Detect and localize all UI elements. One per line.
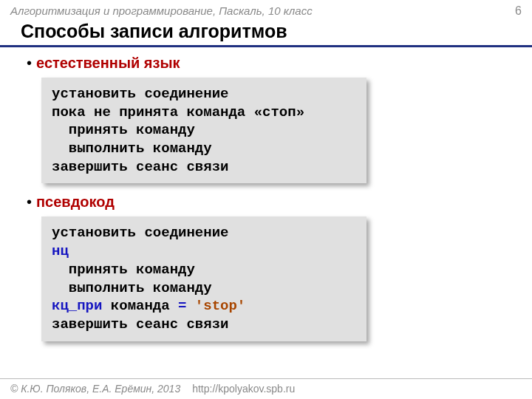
code-operator: =: [178, 298, 186, 314]
copyright: © К.Ю. Поляков, Е.А. Ерёмин, 2013: [10, 383, 180, 395]
bullet-label: псевдокод: [36, 194, 115, 211]
content-area: • естественный язык установить соединени…: [0, 47, 532, 349]
top-bar: Алгоритмизация и программирование, Паска…: [0, 0, 532, 19]
course-label: Алгоритмизация и программирование, Паска…: [10, 4, 313, 17]
code-text: команда: [102, 298, 178, 314]
code-keyword: кц_при: [52, 298, 102, 314]
code-keyword: нц: [52, 243, 69, 259]
slide-title: Способы записи алгоритмов: [0, 19, 532, 47]
bullet-icon: •: [27, 55, 32, 70]
bullet-pseudocode: • псевдокод: [27, 194, 513, 211]
code-line: выполнить команду: [52, 280, 212, 296]
bullet-icon: •: [27, 194, 32, 209]
footer-url: http://kpolyakov.spb.ru: [192, 383, 295, 395]
footer: © К.Ю. Поляков, Е.А. Ерёмин, 2013 http:/…: [0, 378, 532, 399]
page-number: 6: [515, 4, 522, 18]
code-line: установить соединение: [52, 225, 228, 241]
bullet-natural-language: • естественный язык: [27, 55, 513, 72]
code-string: 'stop': [195, 298, 245, 314]
code-line: завершить сеанс связи: [52, 316, 228, 332]
code-natural-language: установить соединение пока не принята ко…: [41, 78, 366, 183]
bullet-label: естественный язык: [36, 55, 180, 72]
code-text: [186, 298, 194, 314]
code-line: принять команду: [52, 262, 195, 278]
code-pseudocode: установить соединение нц принять команду…: [41, 216, 366, 341]
